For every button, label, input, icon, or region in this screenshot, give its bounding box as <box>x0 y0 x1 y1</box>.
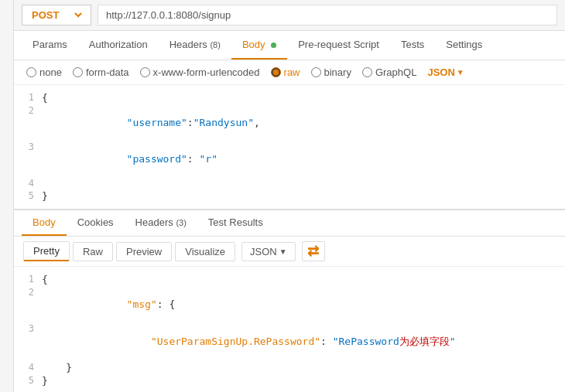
format-none[interactable]: none <box>26 66 62 78</box>
tab-body[interactable]: Body <box>231 31 287 60</box>
sidebar-handle <box>0 0 14 392</box>
wrap-button[interactable]: ⇄ <box>302 241 325 261</box>
preview-button[interactable]: Preview <box>116 242 172 261</box>
tab-prerequest[interactable]: Pre-request Script <box>287 31 390 60</box>
resp-tab-test-results[interactable]: Test Results <box>197 210 274 236</box>
response-tabs: Body Cookies Headers (3) Test Results <box>14 210 565 237</box>
body-dot <box>271 43 276 48</box>
request-bar: POST GET PUT DELETE <box>14 0 565 31</box>
format-graphql[interactable]: GraphQL <box>362 66 416 78</box>
req-line-1: 1 { <box>14 91 565 104</box>
tab-headers[interactable]: Headers (8) <box>159 31 231 60</box>
request-body-editor[interactable]: 1 { 2 "username":"Randysun", 3 "password… <box>14 85 565 210</box>
resp-line-2: 2 "msg": { <box>14 286 565 322</box>
format-binary[interactable]: binary <box>311 66 351 78</box>
url-input[interactable] <box>98 5 557 26</box>
resp-line-3: 3 "UserParamSignUp.RePassword": "RePassw… <box>14 322 565 361</box>
resp-tab-cookies[interactable]: Cookies <box>67 210 125 236</box>
format-options-row: none form-data x-www-form-urlencoded raw… <box>14 60 565 85</box>
resp-line-1: 1 { <box>14 273 565 286</box>
tab-tests[interactable]: Tests <box>390 31 435 60</box>
chevron-down-icon: ▼ <box>457 68 464 77</box>
json-format-dropdown[interactable]: JSON ▼ <box>427 66 464 78</box>
req-line-2: 2 "username":"Randysun", <box>14 104 565 141</box>
headers-badge: (8) <box>210 40 220 49</box>
resp-json-chevron-icon: ▼ <box>279 247 287 256</box>
resp-line-4: 4 } <box>14 361 565 374</box>
tab-params[interactable]: Params <box>22 31 78 60</box>
visualize-button[interactable]: Visualize <box>175 242 235 261</box>
wrap-icon: ⇄ <box>307 243 319 260</box>
req-line-4: 4 <box>14 177 565 189</box>
tab-authorization[interactable]: Authorization <box>78 31 159 60</box>
resp-tab-body[interactable]: Body <box>22 210 67 236</box>
request-tabs: Params Authorization Headers (8) Body Pr… <box>14 31 565 60</box>
resp-json-dropdown[interactable]: JSON ▼ <box>241 242 296 261</box>
resp-tab-headers[interactable]: Headers (3) <box>125 210 197 236</box>
format-raw[interactable]: raw <box>271 66 300 78</box>
raw-button[interactable]: Raw <box>73 242 113 261</box>
format-urlencoded[interactable]: x-www-form-urlencoded <box>140 66 260 78</box>
req-line-3: 3 "password": "r" <box>14 141 565 177</box>
method-dropdown[interactable]: POST GET PUT DELETE <box>29 9 84 22</box>
tab-settings[interactable]: Settings <box>435 31 493 60</box>
response-body-editor: 1 { 2 "msg": { 3 "UserParamSignUp.RePass… <box>14 267 565 392</box>
pretty-button[interactable]: Pretty <box>23 241 70 261</box>
resp-headers-badge: (3) <box>176 218 186 227</box>
req-line-5: 5 } <box>14 189 565 203</box>
response-toolbar: Pretty Raw Preview Visualize JSON ▼ ⇄ <box>14 237 565 267</box>
method-selector[interactable]: POST GET PUT DELETE <box>22 5 91 26</box>
format-formdata[interactable]: form-data <box>73 66 129 78</box>
resp-line-5: 5 } <box>14 374 565 387</box>
